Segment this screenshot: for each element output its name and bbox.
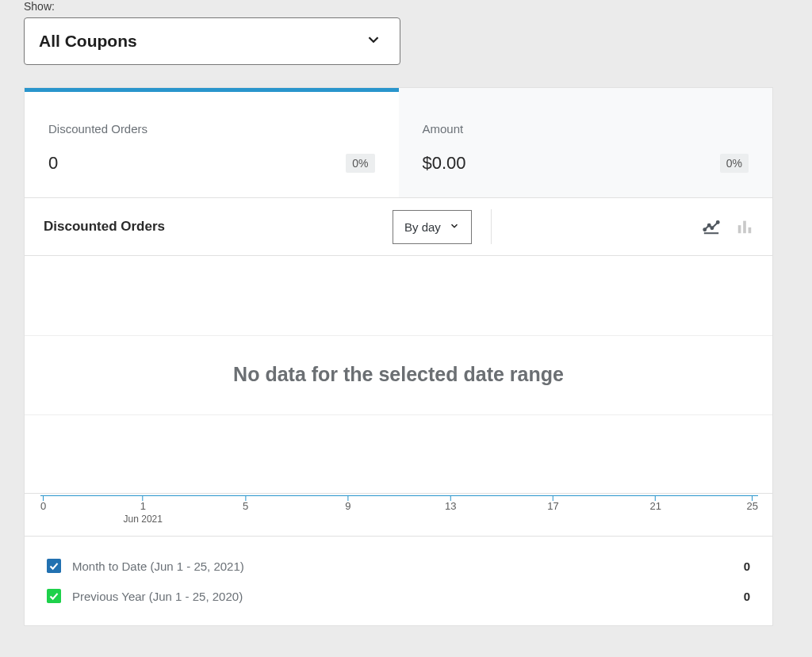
chart-title: Discounted Orders [44,219,393,235]
chevron-down-icon [449,220,460,234]
show-label: Show: [24,0,788,13]
legend-value: 0 [744,590,750,603]
svg-rect-9 [47,589,61,603]
chart-legend: Month to Date (Jun 1 - 25, 2021)0Previou… [25,536,772,625]
chart-body: No data for the selected date range [25,256,772,494]
svg-point-2 [710,227,713,229]
legend-item: Previous Year (Jun 1 - 25, 2020)0 [47,581,750,611]
axis-subtick-label: Jun 2021 [124,514,163,525]
x-axis: 01Jun 20215913172125 [25,494,772,536]
interval-select[interactable]: By day [393,210,472,244]
legend-label: Month to Date (Jun 1 - 25, 2021) [72,560,244,573]
legend-checkbox[interactable] [47,589,61,603]
axis-tick: 9 [345,496,350,512]
vertical-separator [491,209,492,244]
axis-tick: 1Jun 2021 [124,496,163,525]
summary-discounted-orders[interactable]: Discounted Orders 0 0% [25,88,399,197]
coupon-select-value: All Coupons [39,32,137,51]
summary-amount[interactable]: Amount $0.00 0% [399,88,773,197]
line-chart-icon[interactable] [703,218,720,235]
coupon-select[interactable]: All Coupons [24,17,400,65]
axis-tick: 13 [445,496,456,512]
legend-value: 0 [744,560,750,573]
svg-point-3 [717,221,719,223]
axis-tick: 21 [649,496,661,512]
legend-item: Month to Date (Jun 1 - 25, 2021)0 [47,551,750,581]
summary-label: Amount [423,122,749,136]
svg-rect-5 [738,225,741,233]
axis-tick: 25 [747,496,758,512]
interval-select-value: By day [404,220,441,234]
chart-empty-message: No data for the selected date range [233,363,564,386]
summary-pct-badge: 0% [346,154,374,173]
svg-rect-7 [749,227,752,233]
axis-tick: 5 [243,496,248,512]
summary-row: Discounted Orders 0 0% Amount $0.00 0% [25,88,772,197]
axis-tick: 17 [547,496,558,512]
summary-pct-badge: 0% [720,154,749,173]
svg-rect-6 [743,221,746,234]
svg-rect-8 [47,559,61,573]
summary-value: $0.00 [423,153,466,174]
report-card: Discounted Orders 0 0% Amount $0.00 0% D… [24,87,773,626]
legend-checkbox[interactable] [47,559,61,573]
legend-label: Previous Year (Jun 1 - 25, 2020) [72,590,243,603]
bar-chart-icon[interactable] [736,218,753,235]
chart-header: Discounted Orders By day [25,197,772,256]
summary-label: Discounted Orders [48,122,375,136]
axis-tick: 0 [40,496,46,512]
summary-value: 0 [48,153,58,174]
chevron-down-icon [365,31,382,52]
svg-point-1 [708,224,710,227]
svg-point-0 [703,228,706,231]
